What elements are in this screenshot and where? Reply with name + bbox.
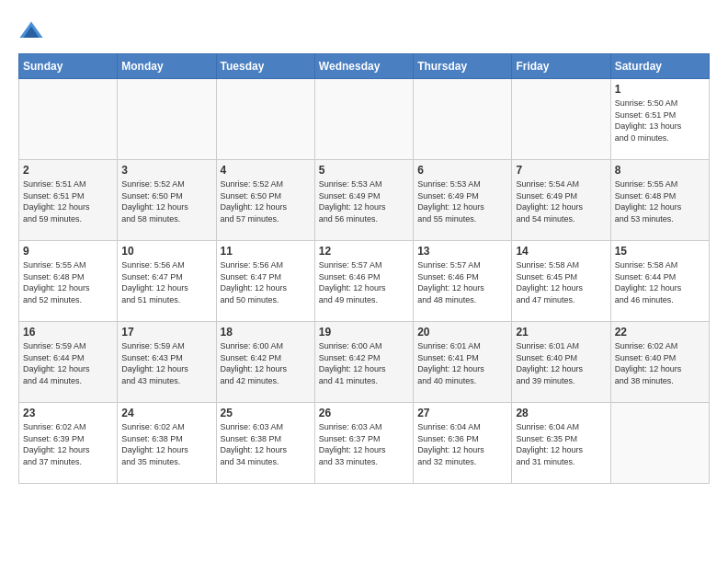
calendar-day-cell: 17Sunrise: 5:59 AM Sunset: 6:43 PM Dayli… (118, 322, 216, 403)
logo-icon (18, 18, 44, 44)
day-info: Sunrise: 6:04 AM Sunset: 6:35 PM Dayligh… (516, 421, 606, 467)
day-info: Sunrise: 6:01 AM Sunset: 6:40 PM Dayligh… (516, 340, 606, 386)
day-info: Sunrise: 6:04 AM Sunset: 6:36 PM Dayligh… (417, 421, 507, 467)
day-info: Sunrise: 5:52 AM Sunset: 6:50 PM Dayligh… (121, 178, 211, 224)
calendar-week-row: 1Sunrise: 5:50 AM Sunset: 6:51 PM Daylig… (19, 79, 710, 160)
calendar-day-cell: 11Sunrise: 5:56 AM Sunset: 6:47 PM Dayli… (216, 241, 314, 322)
day-number: 7 (516, 164, 606, 177)
day-number: 10 (121, 245, 211, 258)
day-number: 3 (121, 164, 211, 177)
calendar-week-row: 2Sunrise: 5:51 AM Sunset: 6:51 PM Daylig… (19, 160, 710, 241)
day-info: Sunrise: 5:50 AM Sunset: 6:51 PM Dayligh… (615, 98, 705, 144)
calendar-day-cell: 20Sunrise: 6:01 AM Sunset: 6:41 PM Dayli… (414, 322, 512, 403)
day-of-week-header: Monday (118, 54, 216, 79)
logo (18, 18, 48, 44)
calendar-day-cell: 19Sunrise: 6:00 AM Sunset: 6:42 PM Dayli… (314, 322, 413, 403)
calendar-day-cell: 4Sunrise: 5:52 AM Sunset: 6:50 PM Daylig… (216, 160, 314, 241)
day-number: 17 (121, 326, 211, 339)
day-info: Sunrise: 6:02 AM Sunset: 6:40 PM Dayligh… (615, 340, 705, 386)
calendar-day-cell: 25Sunrise: 6:03 AM Sunset: 6:38 PM Dayli… (216, 403, 314, 484)
calendar-day-cell (19, 79, 118, 160)
day-info: Sunrise: 6:00 AM Sunset: 6:42 PM Dayligh… (319, 340, 409, 386)
calendar-day-cell: 3Sunrise: 5:52 AM Sunset: 6:50 PM Daylig… (118, 160, 216, 241)
day-number: 4 (221, 164, 311, 177)
day-number: 24 (121, 407, 211, 419)
day-of-week-header: Saturday (610, 54, 709, 79)
day-number: 1 (615, 83, 705, 96)
day-number: 27 (417, 407, 507, 419)
day-of-week-header: Sunday (19, 54, 118, 79)
calendar-day-cell: 21Sunrise: 6:01 AM Sunset: 6:40 PM Dayli… (512, 322, 610, 403)
calendar-day-cell: 24Sunrise: 6:02 AM Sunset: 6:38 PM Dayli… (118, 403, 216, 484)
day-number: 28 (516, 407, 606, 419)
calendar-day-cell: 1Sunrise: 5:50 AM Sunset: 6:51 PM Daylig… (610, 79, 709, 160)
day-number: 6 (417, 164, 507, 177)
day-info: Sunrise: 5:57 AM Sunset: 6:46 PM Dayligh… (319, 259, 409, 305)
day-number: 13 (417, 245, 507, 258)
calendar-day-cell (314, 79, 413, 160)
calendar-day-cell: 16Sunrise: 5:59 AM Sunset: 6:44 PM Dayli… (19, 322, 118, 403)
day-number: 15 (615, 245, 705, 258)
day-info: Sunrise: 5:58 AM Sunset: 6:44 PM Dayligh… (615, 259, 705, 305)
calendar-day-cell: 2Sunrise: 5:51 AM Sunset: 6:51 PM Daylig… (19, 160, 118, 241)
day-number: 18 (221, 326, 311, 339)
calendar-day-cell: 5Sunrise: 5:53 AM Sunset: 6:49 PM Daylig… (314, 160, 413, 241)
day-number: 8 (615, 164, 705, 177)
day-number: 9 (23, 245, 113, 258)
day-number: 14 (516, 245, 606, 258)
calendar-day-cell: 7Sunrise: 5:54 AM Sunset: 6:49 PM Daylig… (512, 160, 610, 241)
calendar-day-cell: 27Sunrise: 6:04 AM Sunset: 6:36 PM Dayli… (414, 403, 512, 484)
calendar-day-cell (512, 79, 610, 160)
calendar-day-cell: 6Sunrise: 5:53 AM Sunset: 6:49 PM Daylig… (414, 160, 512, 241)
day-info: Sunrise: 5:55 AM Sunset: 6:48 PM Dayligh… (23, 259, 113, 305)
calendar-day-cell: 9Sunrise: 5:55 AM Sunset: 6:48 PM Daylig… (19, 241, 118, 322)
day-info: Sunrise: 6:03 AM Sunset: 6:37 PM Dayligh… (319, 421, 409, 467)
day-info: Sunrise: 6:02 AM Sunset: 6:39 PM Dayligh… (23, 421, 113, 467)
day-info: Sunrise: 5:51 AM Sunset: 6:51 PM Dayligh… (23, 178, 113, 224)
calendar-day-cell: 22Sunrise: 6:02 AM Sunset: 6:40 PM Dayli… (610, 322, 709, 403)
calendar-header-row: SundayMondayTuesdayWednesdayThursdayFrid… (19, 54, 710, 79)
day-info: Sunrise: 5:59 AM Sunset: 6:44 PM Dayligh… (23, 340, 113, 386)
day-info: Sunrise: 5:52 AM Sunset: 6:50 PM Dayligh… (221, 178, 311, 224)
calendar-day-cell: 28Sunrise: 6:04 AM Sunset: 6:35 PM Dayli… (512, 403, 610, 484)
day-number: 23 (23, 407, 113, 419)
day-info: Sunrise: 5:58 AM Sunset: 6:45 PM Dayligh… (516, 259, 606, 305)
day-number: 16 (23, 326, 113, 339)
day-number: 5 (319, 164, 409, 177)
day-of-week-header: Wednesday (314, 54, 413, 79)
day-number: 2 (23, 164, 113, 177)
calendar-day-cell: 26Sunrise: 6:03 AM Sunset: 6:37 PM Dayli… (314, 403, 413, 484)
day-number: 19 (319, 326, 409, 339)
day-number: 12 (319, 245, 409, 258)
day-info: Sunrise: 6:00 AM Sunset: 6:42 PM Dayligh… (221, 340, 311, 386)
calendar-day-cell: 23Sunrise: 6:02 AM Sunset: 6:39 PM Dayli… (19, 403, 118, 484)
day-info: Sunrise: 5:53 AM Sunset: 6:49 PM Dayligh… (417, 178, 507, 224)
day-info: Sunrise: 5:56 AM Sunset: 6:47 PM Dayligh… (121, 259, 211, 305)
day-info: Sunrise: 6:01 AM Sunset: 6:41 PM Dayligh… (417, 340, 507, 386)
day-of-week-header: Friday (512, 54, 610, 79)
day-info: Sunrise: 5:54 AM Sunset: 6:49 PM Dayligh… (516, 178, 606, 224)
day-info: Sunrise: 6:02 AM Sunset: 6:38 PM Dayligh… (121, 421, 211, 467)
calendar-day-cell (414, 79, 512, 160)
calendar-week-row: 16Sunrise: 5:59 AM Sunset: 6:44 PM Dayli… (19, 322, 710, 403)
calendar-day-cell: 10Sunrise: 5:56 AM Sunset: 6:47 PM Dayli… (118, 241, 216, 322)
calendar-day-cell (118, 79, 216, 160)
day-info: Sunrise: 6:03 AM Sunset: 6:38 PM Dayligh… (221, 421, 311, 467)
calendar-day-cell: 18Sunrise: 6:00 AM Sunset: 6:42 PM Dayli… (216, 322, 314, 403)
calendar-day-cell (610, 403, 709, 484)
calendar-day-cell: 14Sunrise: 5:58 AM Sunset: 6:45 PM Dayli… (512, 241, 610, 322)
day-info: Sunrise: 5:53 AM Sunset: 6:49 PM Dayligh… (319, 178, 409, 224)
day-info: Sunrise: 5:57 AM Sunset: 6:46 PM Dayligh… (417, 259, 507, 305)
calendar: SundayMondayTuesdayWednesdayThursdayFrid… (18, 53, 710, 484)
day-number: 21 (516, 326, 606, 339)
day-info: Sunrise: 5:59 AM Sunset: 6:43 PM Dayligh… (121, 340, 211, 386)
calendar-week-row: 23Sunrise: 6:02 AM Sunset: 6:39 PM Dayli… (19, 403, 710, 484)
calendar-day-cell: 13Sunrise: 5:57 AM Sunset: 6:46 PM Dayli… (414, 241, 512, 322)
day-number: 26 (319, 407, 409, 419)
calendar-day-cell (216, 79, 314, 160)
calendar-day-cell: 15Sunrise: 5:58 AM Sunset: 6:44 PM Dayli… (610, 241, 709, 322)
header (18, 18, 710, 44)
day-number: 11 (221, 245, 311, 258)
calendar-day-cell: 12Sunrise: 5:57 AM Sunset: 6:46 PM Dayli… (314, 241, 413, 322)
day-info: Sunrise: 5:56 AM Sunset: 6:47 PM Dayligh… (221, 259, 311, 305)
